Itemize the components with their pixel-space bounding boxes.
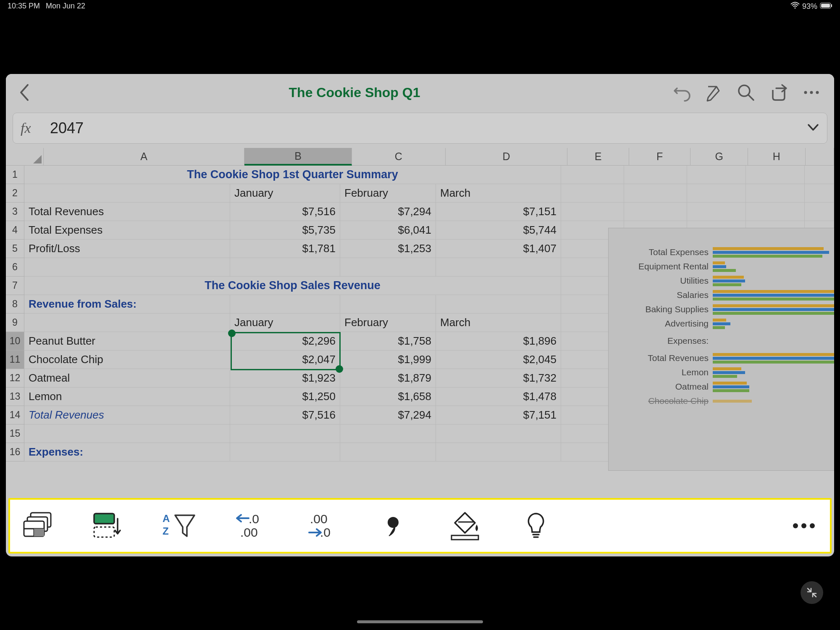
cell-C10[interactable]: $1,758 [340, 332, 436, 351]
cells-area[interactable]: The Cookie Shop 1st Quarter Summary Janu… [24, 166, 834, 461]
cell-extra-3[interactable] [805, 203, 834, 221]
cell-C14[interactable]: $7,294 [340, 406, 436, 424]
row-header-6[interactable]: 6 [6, 258, 24, 277]
row-header-8[interactable]: 8 [6, 295, 24, 314]
cell-A4[interactable]: Total Expenses [24, 221, 230, 240]
cell-C16[interactable] [340, 443, 436, 461]
cell-C13[interactable]: $1,658 [340, 387, 436, 406]
undo-button[interactable] [671, 83, 690, 102]
cell-E3[interactable] [561, 203, 624, 221]
cell-D16[interactable] [436, 443, 561, 461]
cell-B14[interactable]: $7,516 [230, 406, 340, 424]
row-header-3[interactable]: 3 [6, 203, 24, 221]
cell-A2[interactable] [24, 184, 230, 203]
row-header-13[interactable]: 13 [6, 387, 24, 406]
cell-B8[interactable] [230, 295, 340, 314]
cell-B13[interactable]: $1,250 [230, 387, 340, 406]
cell-A12[interactable]: Oatmeal [24, 369, 230, 387]
cell-E2[interactable] [561, 184, 624, 203]
col-header-F[interactable]: F [629, 148, 690, 166]
row-header-4[interactable]: 4 [6, 221, 24, 240]
select-all-corner[interactable] [6, 148, 44, 166]
cell-D2[interactable]: March [436, 184, 561, 203]
cell-C8[interactable] [340, 295, 436, 314]
cell-D12[interactable]: $1,732 [436, 369, 561, 387]
more-button[interactable] [802, 83, 821, 102]
row-header-10[interactable]: 10 [6, 332, 24, 351]
card-view-button[interactable] [19, 509, 53, 543]
toolbar-more-button[interactable] [787, 509, 821, 543]
row-header-1[interactable]: 1 [6, 166, 24, 184]
row-header-2[interactable]: 2 [6, 184, 24, 203]
cell-A13[interactable]: Lemon [24, 387, 230, 406]
cell-B11[interactable]: $2,047 [230, 351, 340, 369]
cell-B3[interactable]: $7,516 [230, 203, 340, 221]
row-header-14[interactable]: 14 [6, 406, 24, 424]
cell-D3[interactable]: $7,151 [436, 203, 561, 221]
row-header-7[interactable]: 7 [6, 277, 24, 295]
formula-value[interactable]: 2047 [46, 119, 807, 137]
cell-B16[interactable] [230, 443, 340, 461]
row-header-9[interactable]: 9 [6, 314, 24, 332]
cell-B10[interactable]: $2,296 [230, 332, 340, 351]
col-header-extra[interactable] [806, 148, 834, 166]
insert-row-button[interactable] [91, 509, 124, 543]
search-button[interactable] [737, 83, 755, 102]
cell-C6[interactable] [340, 258, 436, 277]
formula-bar[interactable]: fx 2047 [13, 113, 827, 144]
cell-A15[interactable] [24, 424, 230, 443]
formula-expand-icon[interactable] [807, 123, 819, 133]
back-button[interactable] [13, 82, 38, 103]
cell-D8[interactable] [436, 295, 561, 314]
row-header-15[interactable]: 15 [6, 424, 24, 443]
cell-D10[interactable]: $1,896 [436, 332, 561, 351]
cell-D14[interactable]: $7,151 [436, 406, 561, 424]
col-header-H[interactable]: H [748, 148, 806, 166]
sort-filter-button[interactable]: A Z [162, 509, 196, 543]
cell-merged-title-2[interactable]: The Cookie Shop Sales Revenue [24, 277, 561, 295]
cell-C15[interactable] [340, 424, 436, 443]
cell-B5[interactable]: $1,781 [230, 240, 340, 258]
increase-decimal-button[interactable]: .00 .0 [305, 509, 339, 543]
edit-button[interactable] [704, 83, 722, 102]
cell-G3[interactable] [687, 203, 746, 221]
cell-H3[interactable] [746, 203, 805, 221]
cell-C5[interactable]: $1,253 [340, 240, 436, 258]
cell-F2[interactable] [624, 184, 687, 203]
cell-C2[interactable]: February [340, 184, 436, 203]
cell-D4[interactable]: $5,744 [436, 221, 561, 240]
col-header-C[interactable]: C [352, 148, 446, 166]
col-header-A[interactable]: A [44, 148, 244, 166]
ideas-button[interactable] [519, 509, 553, 543]
row-header-5[interactable]: 5 [6, 240, 24, 258]
cell-B15[interactable] [230, 424, 340, 443]
collapse-float-button[interactable] [801, 581, 823, 604]
cell-C4[interactable]: $6,041 [340, 221, 436, 240]
row-header-11[interactable]: 11 [6, 351, 24, 369]
embedded-chart[interactable]: Total Expenses Equipment Rental Utilitie… [608, 228, 834, 471]
cell-A6[interactable] [24, 258, 230, 277]
cell-A10[interactable]: Peanut Butter [24, 332, 230, 351]
cell-F1[interactable] [624, 166, 687, 184]
cell-A8[interactable]: Revenue from Sales: [24, 295, 230, 314]
col-header-D[interactable]: D [446, 148, 568, 166]
home-indicator[interactable] [357, 620, 483, 623]
col-header-G[interactable]: G [690, 148, 748, 166]
cell-A16[interactable]: Expenses: [24, 443, 230, 461]
cell-C12[interactable]: $1,879 [340, 369, 436, 387]
cell-B9[interactable]: January [230, 314, 340, 332]
cell-H1[interactable] [746, 166, 805, 184]
row-header-12[interactable]: 12 [6, 369, 24, 387]
cell-extra-2[interactable] [805, 184, 834, 203]
cell-A14[interactable]: Total Revenues [24, 406, 230, 424]
fill-color-button[interactable] [448, 509, 481, 543]
cell-B2[interactable]: January [230, 184, 340, 203]
cell-A9[interactable] [24, 314, 230, 332]
cell-C9[interactable]: February [340, 314, 436, 332]
cell-H2[interactable] [746, 184, 805, 203]
share-button[interactable] [769, 83, 788, 102]
cell-D15[interactable] [436, 424, 561, 443]
cell-D5[interactable]: $1,407 [436, 240, 561, 258]
cell-D13[interactable]: $1,478 [436, 387, 561, 406]
cell-D6[interactable] [436, 258, 561, 277]
